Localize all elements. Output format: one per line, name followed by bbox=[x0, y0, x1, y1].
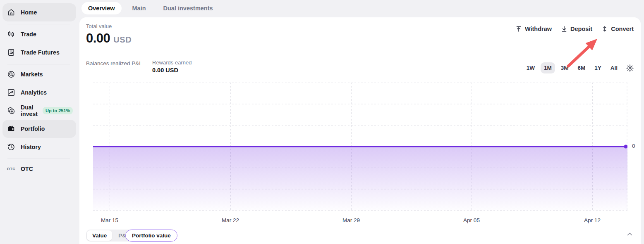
range-6m[interactable]: 6M bbox=[574, 62, 589, 73]
sidebar-item-portfolio[interactable]: Portfolio bbox=[2, 120, 76, 138]
sidebar-item-trade[interactable]: Trade bbox=[2, 25, 76, 43]
sidebar-item-label: Trade Futures bbox=[21, 49, 60, 56]
dual-invest-badge: Up to 251% bbox=[43, 107, 73, 114]
sidebar: Home Trade Trade Futures Markets Analyti… bbox=[0, 0, 79, 244]
sidebar-divider bbox=[7, 159, 70, 159]
sidebar-item-history[interactable]: History bbox=[2, 138, 76, 156]
y-axis-end-value: 0 bbox=[632, 143, 635, 149]
portfolio-overview-card: Total value 0.00 USD Balances realized P… bbox=[79, 17, 641, 244]
home-icon bbox=[7, 8, 16, 17]
tab-dual-investments[interactable]: Dual investments bbox=[157, 2, 220, 14]
chart-trend-icon bbox=[7, 88, 16, 97]
deposit-button[interactable]: Deposit bbox=[561, 26, 592, 32]
sidebar-item-analytics[interactable]: Analytics bbox=[2, 83, 76, 102]
x-axis-tick: Apr 05 bbox=[463, 217, 480, 223]
portfolio-value-chart[interactable] bbox=[93, 83, 627, 211]
x-axis-tick: Mar 15 bbox=[101, 217, 118, 223]
sidebar-item-label: Trade bbox=[21, 31, 36, 38]
tab-overview[interactable]: Overview bbox=[81, 2, 122, 14]
collapse-chart-chevron-icon[interactable] bbox=[625, 231, 634, 237]
tab-main[interactable]: Main bbox=[126, 2, 153, 14]
total-value-currency: USD bbox=[113, 35, 132, 45]
clock-history-icon bbox=[7, 142, 16, 152]
range-1y[interactable]: 1Y bbox=[591, 62, 605, 73]
withdraw-arrow-icon bbox=[515, 26, 522, 32]
withdraw-button[interactable]: Withdraw bbox=[515, 26, 552, 32]
otc-text-icon: OTC bbox=[7, 164, 16, 173]
x-axis-tick: Mar 22 bbox=[222, 217, 239, 223]
x-axis-tick: Mar 29 bbox=[342, 217, 360, 223]
sidebar-item-dual-invest[interactable]: Dual invest Up to 251% bbox=[2, 102, 76, 120]
x-axis-tick: Apr 12 bbox=[584, 217, 601, 223]
sidebar-item-home[interactable]: Home bbox=[2, 3, 76, 21]
sidebar-item-label: Portfolio bbox=[21, 126, 45, 132]
dual-coins-icon bbox=[7, 106, 16, 115]
sidebar-divider bbox=[7, 24, 70, 24]
range-all[interactable]: All bbox=[607, 62, 621, 73]
sidebar-divider bbox=[7, 64, 70, 64]
toggle-value[interactable]: Value bbox=[87, 230, 112, 241]
convert-label: Convert bbox=[611, 26, 634, 32]
sidebar-item-label: Home bbox=[21, 9, 37, 16]
withdraw-label: Withdraw bbox=[525, 26, 552, 32]
coin-icon bbox=[7, 70, 16, 79]
sidebar-item-label: History bbox=[21, 144, 41, 150]
total-value-label: Total value bbox=[86, 23, 132, 29]
rewards-earned-block: Rewards earned 0.00 USD bbox=[152, 59, 192, 73]
wallet-icon bbox=[7, 124, 16, 133]
range-3m[interactable]: 3M bbox=[558, 62, 572, 73]
sidebar-item-label: Markets bbox=[21, 71, 43, 78]
balances-realized-pnl-label[interactable]: Balances realized P&L bbox=[86, 60, 142, 68]
portfolio-tabs: Overview Main Dual investments bbox=[81, 1, 220, 15]
chart-area-fill bbox=[93, 147, 627, 211]
deposit-arrow-icon bbox=[561, 26, 567, 32]
total-value-block: Total value 0.00 USD bbox=[86, 23, 132, 46]
sidebar-item-label: Dual invest bbox=[21, 104, 38, 117]
rewards-earned-label: Rewards earned bbox=[152, 59, 192, 66]
sidebar-item-label: OTC bbox=[21, 166, 33, 172]
sidebar-item-label: Analytics bbox=[21, 89, 47, 96]
futures-contract-icon bbox=[7, 48, 16, 57]
candlestick-icon bbox=[7, 30, 16, 39]
convert-arrows-icon bbox=[601, 26, 608, 32]
total-value: 0.00 bbox=[86, 31, 110, 46]
portfolio-value-filter-pill[interactable]: Portfolio value bbox=[125, 230, 177, 242]
sidebar-item-markets[interactable]: Markets bbox=[2, 65, 76, 83]
account-actions: Withdraw Deposit Convert bbox=[515, 26, 634, 32]
sidebar-item-trade-futures[interactable]: Trade Futures bbox=[2, 43, 76, 62]
range-1m[interactable]: 1M bbox=[541, 62, 555, 73]
chart-settings-gear-icon[interactable] bbox=[626, 64, 634, 72]
sidebar-item-otc[interactable]: OTC OTC bbox=[2, 160, 76, 178]
range-1w[interactable]: 1W bbox=[523, 62, 538, 73]
convert-button[interactable]: Convert bbox=[601, 26, 634, 32]
rewards-earned-value: 0.00 USD bbox=[152, 67, 192, 73]
time-range-selector: 1W 1M 3M 6M 1Y All bbox=[523, 62, 634, 73]
deposit-label: Deposit bbox=[570, 26, 592, 32]
